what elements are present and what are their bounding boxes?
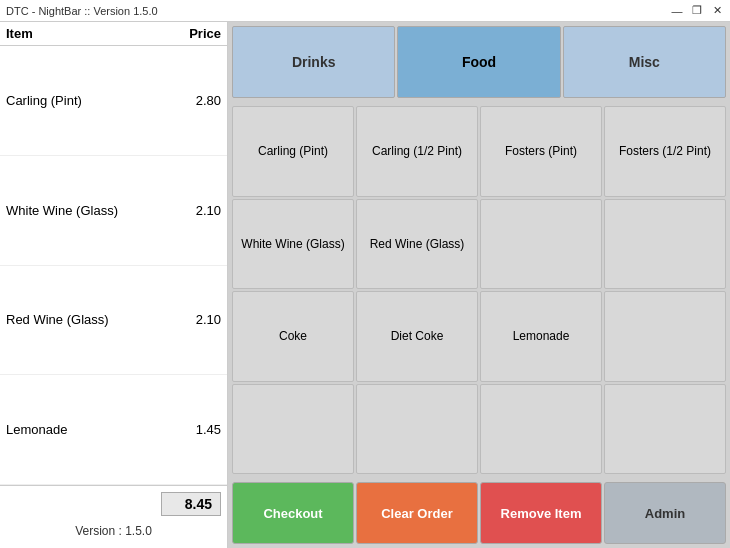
right-panel: DrinksFoodMisc Carling (Pint)Carling (1/… [228, 22, 730, 548]
order-item-name: Carling (Pint) [0, 46, 168, 156]
grid-item-empty [480, 384, 602, 475]
order-total: 8.45 [161, 492, 221, 516]
action-bar: CheckoutClear OrderRemove ItemAdmin [228, 478, 730, 548]
grid-item[interactable]: White Wine (Glass) [232, 199, 354, 290]
minimize-button[interactable]: — [670, 4, 684, 18]
grid-item-empty [604, 291, 726, 382]
order-row[interactable]: Red Wine (Glass)2.10 [0, 265, 227, 375]
left-bottom: 8.45 Version : 1.5.0 [0, 485, 227, 548]
version-label: Version : 1.5.0 [6, 520, 221, 542]
order-item-price: 2.10 [168, 265, 227, 375]
order-item-name: Lemonade [0, 375, 168, 485]
category-tab-food[interactable]: Food [397, 26, 560, 98]
left-panel: Item Price Carling (Pint)2.80White Wine … [0, 22, 228, 548]
grid-item-empty [604, 199, 726, 290]
order-item-price: 2.10 [168, 155, 227, 265]
grid-item[interactable]: Red Wine (Glass) [356, 199, 478, 290]
order-row[interactable]: White Wine (Glass)2.10 [0, 155, 227, 265]
titlebar-title: DTC - NightBar :: Version 1.5.0 [6, 5, 158, 17]
order-item-price: 2.80 [168, 46, 227, 156]
order-item-name: White Wine (Glass) [0, 155, 168, 265]
grid-item[interactable]: Carling (1/2 Pint) [356, 106, 478, 197]
order-item-price: 1.45 [168, 375, 227, 485]
grid-item-empty [604, 384, 726, 475]
titlebar-controls: — ❐ ✕ [670, 4, 724, 18]
grid-item[interactable]: Coke [232, 291, 354, 382]
order-row[interactable]: Carling (Pint)2.80 [0, 46, 227, 156]
grid-item-empty [356, 384, 478, 475]
order-rows: Carling (Pint)2.80White Wine (Glass)2.10… [0, 46, 227, 485]
grid-item[interactable]: Fosters (Pint) [480, 106, 602, 197]
grid-item-empty [480, 199, 602, 290]
maximize-button[interactable]: ❐ [690, 4, 704, 18]
titlebar: DTC - NightBar :: Version 1.5.0 — ❐ ✕ [0, 0, 730, 22]
order-item-name: Red Wine (Glass) [0, 265, 168, 375]
admin-button[interactable]: Admin [604, 482, 726, 544]
item-grid: Carling (Pint)Carling (1/2 Pint)Fosters … [228, 102, 730, 478]
grid-item[interactable]: Fosters (1/2 Pint) [604, 106, 726, 197]
category-tab-drinks[interactable]: Drinks [232, 26, 395, 98]
grid-item[interactable]: Carling (Pint) [232, 106, 354, 197]
clear-order-button[interactable]: Clear Order [356, 482, 478, 544]
col-item: Item [0, 22, 168, 46]
close-button[interactable]: ✕ [710, 4, 724, 18]
grid-item[interactable]: Diet Coke [356, 291, 478, 382]
order-row[interactable]: Lemonade1.45 [0, 375, 227, 485]
category-tab-misc[interactable]: Misc [563, 26, 726, 98]
checkout-button[interactable]: Checkout [232, 482, 354, 544]
grid-item[interactable]: Lemonade [480, 291, 602, 382]
remove-item-button[interactable]: Remove Item [480, 482, 602, 544]
col-price: Price [168, 22, 227, 46]
grid-item-empty [232, 384, 354, 475]
order-table: Item Price Carling (Pint)2.80White Wine … [0, 22, 227, 485]
main-layout: Item Price Carling (Pint)2.80White Wine … [0, 22, 730, 548]
category-tabs: DrinksFoodMisc [228, 22, 730, 102]
